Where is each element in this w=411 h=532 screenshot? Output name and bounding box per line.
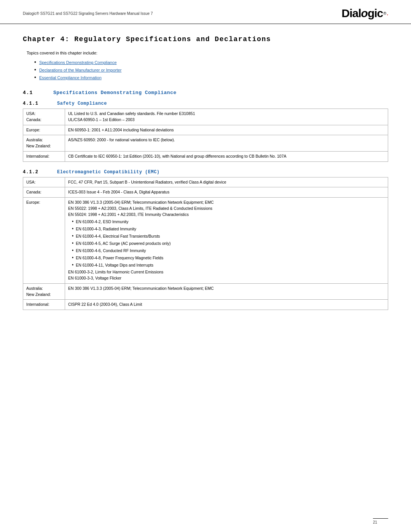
table-row: Australia: New Zealand:AS/NZS 60950: 200… bbox=[23, 135, 388, 152]
section-41-title: Specifications Demonstrating Compliance bbox=[53, 90, 177, 96]
list-item: EN 61000-4-5, AC Surge (AC powered produ… bbox=[72, 240, 385, 247]
page-number: 21 bbox=[373, 520, 377, 524]
dialogic-logo: Dialogic®. bbox=[342, 7, 388, 20]
toc-item-3: Essential Compliance Information bbox=[34, 74, 388, 80]
logo-container: Dialogic®. bbox=[342, 7, 388, 20]
section-411-number: 4.1.1 bbox=[23, 101, 49, 106]
toc-link-3[interactable]: Essential Compliance Information bbox=[39, 75, 102, 80]
toc-item-2: Declarations of the Manufacturer or Impo… bbox=[34, 67, 388, 73]
section-412-title: Electromagnetic Compatibility (EMC) bbox=[57, 169, 160, 175]
table-row: Canada:ICES-003 Issue 4 - Feb 2004 - Cla… bbox=[23, 187, 388, 198]
section-411-heading: 4.1.1 Safety Compliance bbox=[23, 101, 388, 106]
section-41-number: 4.1 bbox=[23, 90, 46, 96]
section-411-title: Safety Compliance bbox=[57, 101, 107, 106]
topics-intro: Topics covered in this chapter include: bbox=[27, 51, 388, 55]
section-412-heading: 4.1.2 Electromagnetic Compatibility (EMC… bbox=[23, 169, 388, 175]
list-item: EN 61000-4-8, Power Frequency Magnetic F… bbox=[72, 254, 385, 261]
emc-table: USA:FCC, 47 CFR, Part 15, Subpart B - Un… bbox=[23, 177, 388, 310]
table-row: Australia: New Zealand:EN 300 386 V1.3.3… bbox=[23, 283, 388, 300]
list-item: EN 61000-4-3, Radiated Immunity bbox=[72, 225, 385, 232]
table-row: Europe:EN 300 386 V1.3.3 (2005-04) ERM; … bbox=[23, 198, 388, 284]
toc-link-2[interactable]: Declarations of the Manufacturer or Impo… bbox=[39, 68, 121, 72]
toc-item-1: Specifications Demonstrating Compliance bbox=[34, 59, 388, 65]
table-row: International:CISPR 22 Ed 4.0 (2003-04),… bbox=[23, 300, 388, 310]
safety-compliance-table: USA: Canada:UL Listed to U.S. and Canadi… bbox=[23, 109, 388, 162]
table-row: USA:FCC, 47 CFR, Part 15, Subpart B - Un… bbox=[23, 177, 388, 187]
page: Dialogic® SS7G21 and SS7G22 Signaling Se… bbox=[0, 0, 411, 532]
toc-link-1[interactable]: Specifications Demonstrating Compliance bbox=[39, 60, 117, 65]
list-item: EN 61000-4-2, ESD Immunity bbox=[72, 218, 385, 225]
table-row: USA: Canada:UL Listed to U.S. and Canadi… bbox=[23, 109, 388, 125]
list-item: EN 61000-4-11, Voltage Dips and Interrup… bbox=[72, 262, 385, 268]
section-41-heading: 4.1 Specifications Demonstrating Complia… bbox=[23, 90, 388, 96]
chapter-title: Chapter 4: Regulatory Specifications and… bbox=[23, 35, 388, 43]
main-content: Chapter 4: Regulatory Specifications and… bbox=[0, 24, 411, 333]
footer: 21 bbox=[373, 518, 388, 524]
header: Dialogic® SS7G21 and SS7G22 Signaling Se… bbox=[0, 0, 411, 24]
header-title: Dialogic® SS7G21 and SS7G22 Signaling Se… bbox=[23, 11, 153, 16]
footer-line bbox=[373, 518, 388, 519]
list-item: EN 61000-4-6, Conducted RF Immunity bbox=[72, 247, 385, 254]
table-row: International:CB Certificate to IEC 6095… bbox=[23, 151, 388, 161]
list-item: EN 61000-4-4, Electrical Fast Transients… bbox=[72, 233, 385, 240]
section-412-number: 4.1.2 bbox=[23, 169, 49, 175]
table-row: Europe:EN 60950-1: 2001 + A11:2004 inclu… bbox=[23, 125, 388, 135]
toc-list: Specifications Demonstrating Compliance … bbox=[34, 59, 388, 80]
